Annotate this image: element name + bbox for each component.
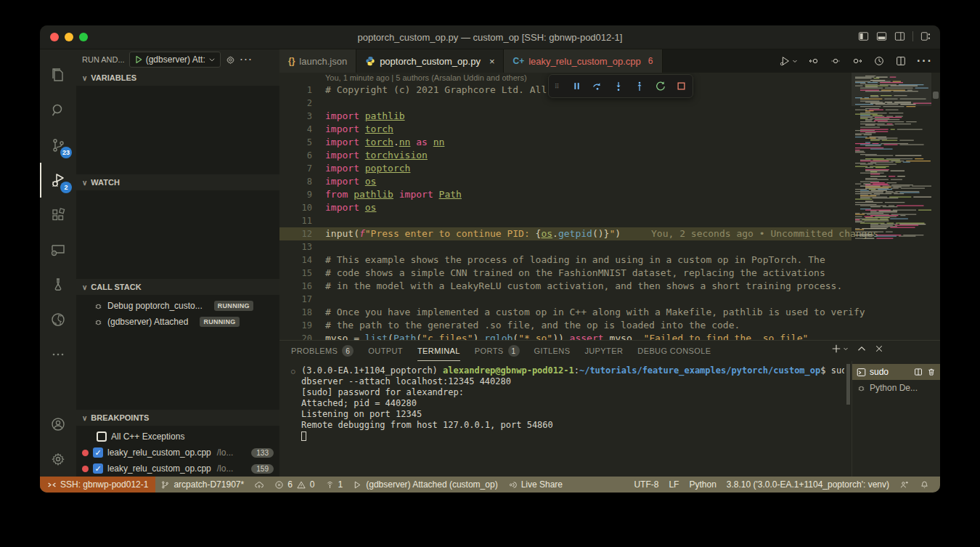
language-mode-status[interactable]: Python <box>684 477 721 493</box>
code-line-4[interactable]: 4import torch <box>279 123 852 136</box>
command-decoration-icon[interactable]: ○ <box>291 366 295 377</box>
code-line-12[interactable]: 12input(f"Press enter to continue PID: {… <box>279 227 852 240</box>
code-line-10[interactable]: 10import os <box>279 201 852 214</box>
terminal-list-item-sudo[interactable]: sudo <box>852 364 940 380</box>
code-line-6[interactable]: 6import torchvision <box>279 149 852 162</box>
minimize-window-button[interactable] <box>65 33 73 41</box>
new-terminal-icon[interactable] <box>831 344 849 354</box>
line-number[interactable]: 15 <box>279 267 312 280</box>
panel-tab-debug-console[interactable]: DEBUG CONSOLE <box>637 341 711 361</box>
code-editor[interactable]: You, 1 minute ago | 5 authors (Arsalan U… <box>279 73 940 340</box>
explorer-icon[interactable] <box>40 58 76 93</box>
line-number[interactable]: 16 <box>279 280 312 293</box>
account-icon[interactable] <box>40 407 76 442</box>
forwarded-ports-status[interactable]: 1 <box>320 477 348 493</box>
breakpoints-section-header[interactable]: ∨BREAKPOINTS <box>76 410 279 426</box>
code-line-15[interactable]: 15# code shows a simple CNN trained on t… <box>279 267 852 280</box>
breakpoint-checkbox[interactable]: ✓ <box>93 447 103 458</box>
git-branch-status[interactable]: arcpatch-D71907* <box>155 477 249 493</box>
step-out-button[interactable] <box>634 81 645 92</box>
testing-icon[interactable] <box>40 267 76 302</box>
code-line-2[interactable]: 2 <box>279 97 852 110</box>
call-stack-session[interactable]: (gdbserver) Attached RUNNING <box>76 314 279 330</box>
code-line-16[interactable]: 16# in the model with a LeakyReLU custom… <box>279 280 852 293</box>
close-tab-icon[interactable]: × <box>489 56 495 67</box>
eol-status[interactable]: LF <box>663 477 684 493</box>
exceptions-checkbox[interactable] <box>97 431 107 442</box>
maximize-panel-icon[interactable] <box>857 344 866 353</box>
line-number[interactable]: 19 <box>279 319 312 332</box>
code-line-3[interactable]: 3import pathlib <box>279 110 852 123</box>
toggle-sidebar-icon[interactable] <box>858 31 869 41</box>
panel-tab-jupyter[interactable]: JUPYTER <box>584 341 623 361</box>
stop-button[interactable] <box>676 81 687 92</box>
breakpoint-row[interactable]: ✓ leaky_relu_custom_op.cpp /lo... 133 <box>76 445 279 461</box>
panel-tab-terminal[interactable]: TERMINAL <box>417 341 460 361</box>
launch-config-dropdown[interactable]: (gdbserver) Att: <box>129 52 221 68</box>
line-number[interactable]: 4 <box>279 123 312 136</box>
close-window-button[interactable] <box>50 33 59 41</box>
split-editor-icon[interactable] <box>895 55 907 67</box>
tab-launch-json[interactable]: {} launch.json <box>279 49 356 73</box>
variables-section-header[interactable]: ∨VARIABLES <box>76 70 279 86</box>
editor-scrollbar[interactable] <box>931 73 940 340</box>
customize-layout-icon[interactable] <box>920 31 931 41</box>
split-terminal-icon[interactable] <box>914 368 923 376</box>
debug-session-status[interactable]: (gdbserver) Attached (custom_op) <box>348 477 502 493</box>
breakpoint-row[interactable]: ✓ leaky_relu_custom_op.cpp /lo... 159 <box>76 461 279 477</box>
line-number[interactable]: 5 <box>279 136 312 149</box>
terminal-output[interactable]: ○(3.0.0-EA.1+1104_poptorch) alexandrep@g… <box>279 361 844 477</box>
pause-button[interactable] <box>571 81 582 92</box>
run-or-debug-icon[interactable] <box>779 55 798 67</box>
live-share-status[interactable]: Live Share <box>503 477 568 493</box>
problems-status[interactable]: 6 0 <box>269 477 319 493</box>
restart-button[interactable] <box>655 81 666 92</box>
timeline-icon[interactable] <box>873 55 885 67</box>
open-changes-icon[interactable] <box>830 55 841 67</box>
line-number[interactable]: 9 <box>279 188 312 201</box>
toggle-panel-icon[interactable] <box>876 31 887 41</box>
line-number[interactable]: 6 <box>279 149 312 162</box>
feedback-icon[interactable] <box>894 477 915 493</box>
github-icon[interactable] <box>40 302 76 337</box>
line-number[interactable]: 17 <box>279 293 312 306</box>
toolbar-drag-handle[interactable]: ⠿ <box>555 85 562 88</box>
remote-indicator[interactable]: SSH: gbnwp-pod012-1 <box>40 477 155 493</box>
terminal-scrollbar[interactable] <box>844 361 852 477</box>
sync-changes-button[interactable] <box>249 477 269 493</box>
code-line-7[interactable]: 7import poptorch <box>279 162 852 175</box>
minimap[interactable] <box>852 73 931 340</box>
line-number[interactable]: 12 <box>279 227 312 240</box>
code-line-19[interactable]: 19# the path to the generated .so file, … <box>279 319 852 332</box>
code-line-20[interactable]: 20myso = list(Path("c_files").rglob("*.s… <box>279 332 852 340</box>
panel-tab-problems[interactable]: PROBLEMS6 <box>291 341 354 361</box>
search-icon[interactable] <box>40 93 76 128</box>
toggle-secondary-sidebar-icon[interactable] <box>894 31 905 41</box>
line-number[interactable]: 8 <box>279 175 312 188</box>
line-number[interactable]: 3 <box>279 110 312 123</box>
settings-gear-icon[interactable] <box>40 442 76 477</box>
encoding-status[interactable]: UTF-8 <box>629 477 663 493</box>
code-line-5[interactable]: 5import torch.nn as nn <box>279 136 852 149</box>
step-over-button[interactable] <box>592 81 603 92</box>
step-into-button[interactable] <box>613 81 624 92</box>
call-stack-section-header[interactable]: ∨CALL STACK <box>76 279 279 295</box>
tab-leaky-relu-cpp[interactable]: C+ leaky_relu_custom_op.cpp 6 <box>504 49 662 73</box>
notifications-bell-icon[interactable] <box>915 477 934 493</box>
next-change-icon[interactable] <box>852 55 863 67</box>
python-interpreter-status[interactable]: 3.8.10 ('3.0.0-EA.1+1104_poptorch': venv… <box>722 477 894 493</box>
breakpoint-exceptions-row[interactable]: All C++ Exceptions <box>76 429 279 445</box>
debug-settings-gear-icon[interactable] <box>225 54 236 65</box>
line-number[interactable]: 10 <box>279 201 312 214</box>
editor-more-actions-icon[interactable]: ··· <box>917 54 933 68</box>
line-number[interactable]: 1 <box>279 84 312 97</box>
panel-tab-output[interactable]: OUTPUT <box>368 341 403 361</box>
kill-terminal-trash-icon[interactable] <box>927 368 936 376</box>
line-number[interactable]: 2 <box>279 97 312 110</box>
source-control-icon[interactable]: 23 <box>40 128 76 163</box>
line-number[interactable]: 13 <box>279 240 312 254</box>
call-stack-session[interactable]: Debug poptorch_custo... RUNNING <box>76 298 279 314</box>
watch-section-header[interactable]: ∨WATCH <box>76 174 279 190</box>
zoom-window-button[interactable] <box>79 33 88 41</box>
extensions-icon[interactable] <box>40 198 76 232</box>
